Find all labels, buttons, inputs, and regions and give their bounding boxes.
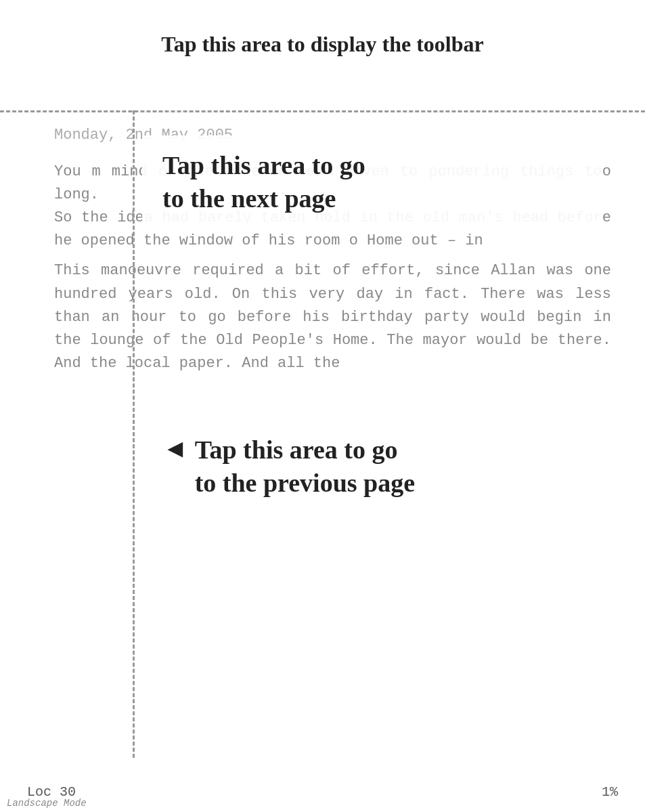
toolbar-hint-area[interactable]: Tap this area to display the toolbar	[0, 0, 645, 88]
book-paragraph-3: This manoeuvre required a bit of effort,…	[54, 259, 611, 375]
percent-label: 1%	[602, 784, 618, 800]
landscape-mode-label: Landscape Mode	[7, 798, 87, 809]
dashed-vertical-line	[133, 110, 135, 758]
footer-bar: Loc 30 1%	[0, 771, 645, 812]
toolbar-hint-text: Tap this area to display the toolbar	[161, 32, 484, 57]
next-page-text: Tap this area to go to the next page	[162, 149, 582, 216]
prev-page-text: Tap this area to go to the previous page	[195, 433, 415, 500]
prev-arrow-icon: ◄	[162, 433, 188, 463]
next-page-overlay[interactable]: Tap this area to go to the next page	[142, 135, 602, 230]
dashed-horizontal-line	[0, 110, 645, 112]
prev-page-overlay[interactable]: ◄ Tap this area to go to the previous pa…	[142, 420, 602, 514]
